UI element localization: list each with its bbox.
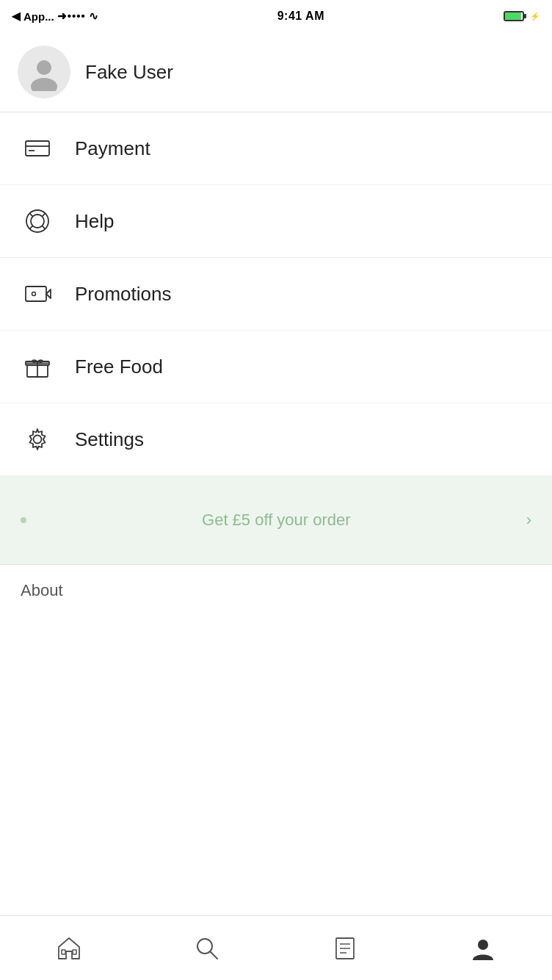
about-label: About (21, 581, 63, 599)
battery-icon (504, 11, 524, 21)
signal-dots: ➜•••• (57, 10, 86, 23)
svg-point-1 (31, 78, 57, 91)
tab-search[interactable] (138, 916, 276, 980)
menu-item-promotions[interactable]: Promotions (0, 258, 552, 331)
status-right: ⚡ (504, 11, 540, 21)
svg-rect-2 (26, 141, 49, 156)
menu-list: Payment Help Promotions (0, 112, 552, 915)
free-food-icon (21, 350, 54, 383)
settings-icon (21, 422, 54, 456)
about-section[interactable]: About (0, 564, 552, 616)
svg-rect-18 (62, 950, 65, 954)
charging-bolt: ⚡ (530, 12, 540, 21)
svg-point-0 (37, 60, 51, 75)
free-food-label: Free Food (75, 356, 163, 378)
account-icon (470, 935, 496, 962)
promotions-label: Promotions (75, 283, 172, 306)
svg-line-21 (211, 951, 218, 959)
search-icon (194, 935, 220, 962)
menu-item-payment[interactable]: Payment (0, 112, 552, 185)
settings-label: Settings (75, 428, 144, 451)
status-left: ◀ App... ➜•••• ∿ (12, 10, 98, 23)
payment-icon (21, 131, 54, 165)
menu-item-free-food[interactable]: Free Food (0, 331, 552, 403)
tab-home[interactable] (0, 916, 138, 980)
svg-rect-19 (73, 950, 76, 954)
svg-point-12 (32, 292, 36, 296)
promo-text: Get £5 off your order (26, 511, 526, 530)
svg-point-6 (31, 215, 44, 228)
avatar (18, 46, 70, 98)
menu-item-settings[interactable]: Settings (0, 403, 552, 476)
svg-line-10 (42, 226, 45, 228)
promo-dot (21, 517, 26, 523)
back-icon: ◀ (12, 10, 21, 23)
wifi-icon: ∿ (89, 10, 98, 23)
payment-label: Payment (75, 137, 150, 160)
help-icon (21, 204, 54, 238)
svg-line-9 (29, 226, 32, 228)
tab-orders[interactable] (276, 916, 414, 980)
svg-line-8 (42, 213, 45, 216)
status-time: 9:41 AM (277, 10, 324, 23)
avatar-icon (25, 53, 63, 91)
promo-banner[interactable]: Get £5 off your order › (0, 476, 552, 564)
profile-header: Fake User (0, 32, 552, 112)
app-label: App... (23, 10, 54, 23)
status-bar: ◀ App... ➜•••• ∿ 9:41 AM ⚡ (0, 0, 552, 32)
promo-arrow-icon: › (526, 511, 531, 530)
tab-account[interactable] (414, 916, 552, 980)
orders-icon (332, 935, 358, 962)
svg-point-26 (478, 940, 488, 950)
username: Fake User (85, 61, 173, 84)
home-icon (56, 935, 82, 962)
help-label: Help (75, 210, 114, 233)
menu-item-help[interactable]: Help (0, 185, 552, 258)
tab-bar (0, 915, 552, 980)
svg-line-7 (29, 213, 32, 216)
svg-point-17 (34, 436, 42, 444)
promotions-icon (21, 277, 54, 311)
